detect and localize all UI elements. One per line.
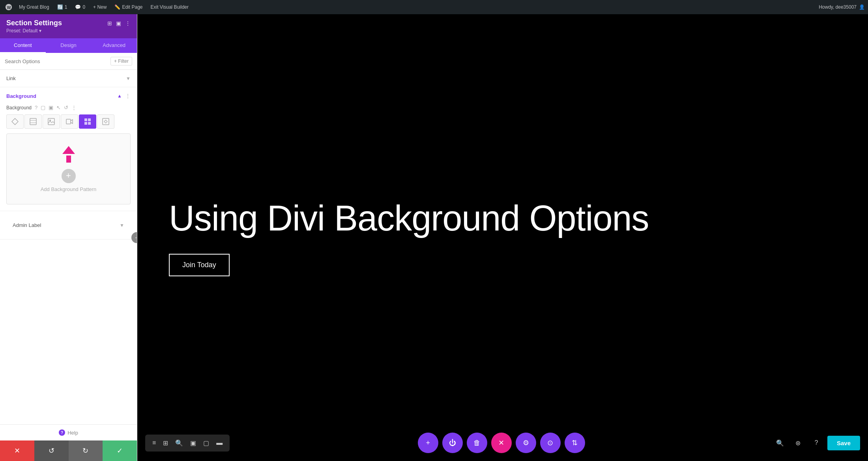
- toggle-visibility-button[interactable]: ⏻: [442, 433, 463, 453]
- sidebar-title: Section Settings: [6, 19, 62, 27]
- toolbar-responsive-tablet-icon[interactable]: ▢: [201, 438, 211, 448]
- arrow-indicator: [62, 146, 75, 163]
- toolbar-right: 🔍 ⊛ ? Save: [773, 436, 860, 450]
- comments-item[interactable]: 💬 0: [72, 3, 88, 11]
- bg-tab-gradient[interactable]: [24, 114, 42, 129]
- svg-rect-6: [48, 118, 54, 125]
- bg-type-tabs: [6, 114, 131, 129]
- bg-undo-icon[interactable]: ↺: [64, 105, 68, 111]
- edit-page[interactable]: ✏️ Edit Page: [111, 3, 146, 11]
- more-icon[interactable]: ⋮: [125, 20, 131, 26]
- layers-icon[interactable]: ⊛: [791, 436, 805, 450]
- sidebar-header: Section Settings ⊞ ▣ ⋮ Preset: Default ▾: [0, 14, 137, 38]
- toolbar-grid-icon[interactable]: ⊞: [161, 438, 170, 448]
- sidebar: Section Settings ⊞ ▣ ⋮ Preset: Default ▾…: [0, 14, 137, 461]
- sidebar-tabs: Content Design Advanced: [0, 38, 137, 53]
- svg-text:W: W: [7, 5, 11, 10]
- layout-icon[interactable]: ▣: [116, 20, 121, 26]
- main-layout: Section Settings ⊞ ▣ ⋮ Preset: Default ▾…: [0, 14, 868, 461]
- section-settings-button[interactable]: ⚙: [516, 433, 536, 453]
- toolbar-center: + ⏻ 🗑 ✕ ⚙ ⊙ ⇅: [418, 433, 585, 453]
- search-input[interactable]: [5, 58, 110, 64]
- cancel-button[interactable]: ✕: [0, 440, 34, 461]
- link-chevron-icon: ▼: [126, 76, 131, 81]
- bg-controls-row: Background ? ▢ ▣ ↖ ↺ ⋮: [6, 105, 131, 111]
- new-item[interactable]: + New: [90, 3, 110, 11]
- updates-item[interactable]: 🔄 1: [54, 3, 71, 11]
- svg-rect-11: [84, 122, 87, 125]
- help-label: Help: [67, 430, 78, 436]
- preset-label[interactable]: Preset: Default ▾: [6, 28, 131, 34]
- bg-tab-video[interactable]: [61, 114, 78, 129]
- add-section-button[interactable]: +: [418, 433, 438, 453]
- wp-logo[interactable]: W: [3, 2, 14, 13]
- canvas-bottom-toolbar: ≡ ⊞ 🔍 ▣ ▢ ▬ + ⏻ 🗑 ✕ ⚙ ⊙ ⇅ 🔍 ⊛ ?: [137, 433, 868, 453]
- admin-bar-right: Howdy, dee35007 👤: [819, 4, 865, 10]
- background-label: Background: [6, 93, 36, 99]
- redo-button[interactable]: ↻: [69, 440, 103, 461]
- link-section-header[interactable]: Link ▼: [0, 70, 137, 87]
- bg-field-label: Background: [6, 105, 32, 111]
- bg-tab-color[interactable]: [6, 114, 24, 129]
- background-options-icon[interactable]: ⋮: [125, 93, 131, 99]
- pattern-area: + Add Background Pattern: [6, 133, 131, 204]
- svg-rect-9: [84, 118, 87, 121]
- close-button[interactable]: ✕: [491, 433, 512, 453]
- filter-button[interactable]: + Filter: [110, 57, 132, 66]
- admin-label-section: Admin Label ▼: [0, 211, 137, 240]
- svg-rect-8: [66, 119, 71, 124]
- sidebar-content: Link ▼ Background ▲ ⋮ Background: [0, 70, 137, 424]
- background-section: Background ▲ ⋮ Background ? ▢ ▣ ↖ ↺: [0, 87, 137, 211]
- svg-rect-12: [88, 122, 91, 125]
- avatar: 👤: [859, 4, 865, 10]
- arrange-button[interactable]: ⇅: [565, 433, 585, 453]
- background-options-area: Background ? ▢ ▣ ↖ ↺ ⋮: [0, 105, 137, 211]
- site-name[interactable]: My Great Blog: [16, 3, 52, 11]
- bg-pointer-icon[interactable]: ↖: [56, 105, 61, 111]
- toolbar-responsive-desktop-icon[interactable]: ▣: [188, 438, 198, 448]
- sidebar-header-icons: ⊞ ▣ ⋮: [107, 20, 131, 26]
- admin-label-text: Admin Label: [13, 222, 41, 228]
- canvas-heading: Using Divi Background Options: [169, 199, 836, 238]
- settings-icon[interactable]: ⊞: [107, 20, 112, 26]
- toolbar-left: ≡ ⊞ 🔍 ▣ ▢ ▬: [145, 435, 230, 452]
- bg-copy-icon[interactable]: ▢: [41, 105, 45, 111]
- toolbar-search-icon[interactable]: 🔍: [173, 438, 185, 448]
- tab-design[interactable]: Design: [46, 38, 92, 53]
- svg-rect-10: [88, 118, 91, 121]
- help-icon: ?: [59, 429, 65, 436]
- help-area[interactable]: ? Help: [0, 424, 137, 440]
- canvas-cta-button[interactable]: Join Today: [169, 254, 230, 276]
- bg-help-icon[interactable]: ?: [35, 105, 37, 111]
- help-toolbar-icon[interactable]: ?: [809, 436, 823, 450]
- tab-advanced[interactable]: Advanced: [91, 38, 137, 53]
- zoom-icon[interactable]: 🔍: [773, 436, 787, 450]
- link-label: Link: [6, 75, 16, 81]
- exit-visual-builder[interactable]: Exit Visual Builder: [147, 3, 192, 11]
- admin-label-header[interactable]: Admin Label ▼: [6, 217, 131, 234]
- background-chevron-icon: ▲: [117, 93, 122, 99]
- background-section-header[interactable]: Background ▲ ⋮: [0, 87, 137, 105]
- bg-tab-pattern[interactable]: [79, 114, 96, 129]
- svg-rect-3: [30, 118, 36, 125]
- confirm-button[interactable]: ✓: [103, 440, 137, 461]
- toolbar-menu-icon[interactable]: ≡: [150, 438, 158, 448]
- toolbar-responsive-mobile-icon[interactable]: ▬: [214, 438, 225, 448]
- save-button[interactable]: Save: [827, 436, 860, 450]
- duplicate-button[interactable]: ⊙: [540, 433, 561, 453]
- bg-tab-mask[interactable]: [97, 114, 114, 129]
- add-pattern-button[interactable]: +: [62, 169, 76, 183]
- delete-button[interactable]: 🗑: [467, 433, 487, 453]
- tab-content[interactable]: Content: [0, 38, 46, 53]
- bg-more-icon[interactable]: ⋮: [71, 105, 77, 111]
- bg-paste-icon[interactable]: ▣: [49, 105, 53, 111]
- sidebar-search: + Filter: [0, 53, 137, 70]
- undo-button[interactable]: ↺: [34, 440, 69, 461]
- add-pattern-label: Add Background Pattern: [41, 186, 97, 192]
- sidebar-bottom-buttons: ✕ ↺ ↻ ✓: [0, 440, 137, 461]
- bg-tab-image[interactable]: [43, 114, 60, 129]
- svg-rect-13: [103, 118, 109, 125]
- canvas-content: Using Divi Background Options Join Today: [137, 14, 868, 461]
- svg-marker-2: [12, 118, 18, 125]
- admin-label-chevron: ▼: [120, 223, 124, 228]
